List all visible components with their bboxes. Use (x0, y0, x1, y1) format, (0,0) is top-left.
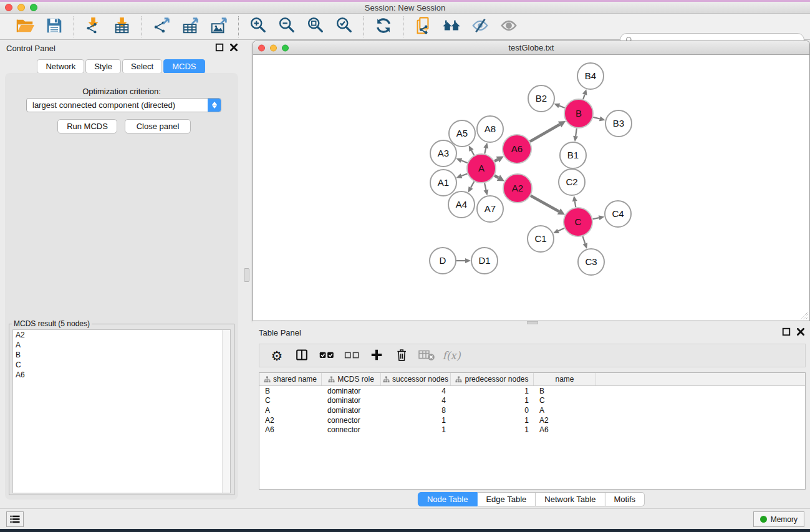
edge-B-B1[interactable] (573, 128, 578, 142)
column-header-predecessor-nodes[interactable]: predecessor nodes (451, 373, 534, 385)
node-D1[interactable]: D1 (471, 248, 498, 274)
table-row[interactable]: Cdominator41C (259, 396, 805, 406)
tab-edge-table[interactable]: Edge Table (477, 492, 536, 506)
mcds-result-list[interactable]: A2ABCA6 (12, 329, 231, 493)
zoom-fit-button[interactable] (304, 16, 327, 37)
table-row[interactable]: A2connector11A2 (259, 415, 805, 425)
edge-A-A1[interactable] (456, 173, 468, 178)
edge-D-D1[interactable] (456, 258, 471, 263)
column-header-MCDS-role[interactable]: MCDS role (322, 373, 381, 385)
export-network-button[interactable] (150, 16, 173, 37)
table-row[interactable]: A6connector11A6 (259, 425, 805, 435)
node-C4[interactable]: C4 (605, 201, 631, 227)
edge-C-C1[interactable] (553, 228, 564, 233)
memory-button[interactable]: Memory (753, 511, 804, 527)
deselect-all-checks-button[interactable] (340, 346, 363, 365)
float-panel-icon[interactable] (782, 327, 791, 336)
edge-A-A3[interactable] (456, 158, 467, 163)
node-A3[interactable]: A3 (430, 140, 456, 167)
network-canvas[interactable]: B4B2BB3A8A5A6B1A3AC2A1A2A4A7C4CC1C3DD1 (253, 55, 809, 321)
split-view-button[interactable] (291, 346, 313, 365)
list-scrollbar[interactable] (222, 330, 230, 493)
home-button[interactable] (440, 16, 463, 37)
edge-A6-B[interactable] (530, 121, 566, 142)
float-panel-icon[interactable] (215, 43, 224, 52)
select-all-checks-button[interactable] (316, 346, 338, 365)
edge-B-B3[interactable] (593, 117, 605, 122)
mcds-result-item[interactable]: A6 (13, 370, 230, 380)
table-row[interactable]: Bdominator41B (259, 386, 805, 396)
node-B2[interactable]: B2 (528, 85, 554, 112)
node-A1[interactable]: A1 (430, 170, 456, 196)
node-A2[interactable]: A2 (503, 174, 532, 203)
minimize-window-button[interactable] (17, 4, 25, 11)
edge-C-C2[interactable] (572, 196, 577, 208)
tab-node-table[interactable]: Node Table (418, 492, 478, 506)
close-panel-button[interactable]: Close panel (125, 119, 191, 133)
node-A[interactable]: A (467, 154, 496, 183)
node-A7[interactable]: A7 (477, 196, 503, 222)
import-network-button[interactable] (82, 16, 105, 37)
zoom-in-button[interactable] (246, 16, 270, 37)
table-row[interactable]: Adominator80A (259, 405, 805, 415)
node-A4[interactable]: A4 (448, 191, 475, 218)
tab-motifs[interactable]: Motifs (605, 492, 645, 506)
export-image-button[interactable] (207, 16, 231, 37)
edge-B-B2[interactable] (554, 104, 564, 108)
splitter-grip[interactable] (244, 268, 249, 282)
export-table-button[interactable] (178, 16, 202, 37)
frame-maximize-button[interactable] (282, 44, 289, 51)
maximize-window-button[interactable] (30, 4, 37, 11)
function-button[interactable]: f(x) (440, 346, 463, 365)
close-panel-icon[interactable] (796, 327, 805, 336)
edge-A-A8[interactable] (483, 142, 488, 153)
node-B[interactable]: B (564, 99, 593, 128)
frame-close-button[interactable] (258, 44, 265, 51)
network-frame-titlebar[interactable]: testGlobe.txt (253, 41, 809, 55)
close-panel-icon[interactable] (229, 43, 238, 52)
run-mcds-button[interactable]: Run MCDS (57, 119, 117, 133)
tab-network-table[interactable]: Network Table (536, 492, 605, 506)
criterion-dropdown[interactable]: largest connected component (directed) (26, 98, 221, 112)
zoom-out-button[interactable] (275, 16, 299, 37)
node-A5[interactable]: A5 (449, 120, 475, 147)
mcds-result-item[interactable]: A2 (13, 330, 230, 340)
add-column-button[interactable] (365, 346, 388, 365)
edge-C-C4[interactable] (593, 215, 605, 220)
node-C2[interactable]: C2 (559, 169, 585, 195)
node-D[interactable]: D (430, 248, 456, 274)
open-folder-button[interactable] (14, 16, 37, 37)
node-A6[interactable]: A6 (503, 135, 531, 163)
import-table-button[interactable] (110, 16, 134, 37)
node-B3[interactable]: B3 (605, 110, 632, 137)
hide-detail-button[interactable] (468, 16, 492, 37)
edge-A-A5[interactable] (469, 145, 475, 155)
show-detail-button[interactable] (497, 16, 521, 37)
delete-table-button[interactable] (415, 346, 438, 365)
node-A8[interactable]: A8 (477, 116, 503, 142)
node-B1[interactable]: B1 (560, 142, 586, 168)
column-header-name[interactable]: name (534, 373, 596, 385)
node-B4[interactable]: B4 (577, 63, 604, 89)
edge-A-A4[interactable] (468, 181, 475, 193)
refresh-button[interactable] (372, 16, 395, 37)
column-header-shared-name[interactable]: shared name (259, 373, 322, 385)
edge-A-A2[interactable] (494, 175, 504, 181)
gear-button[interactable]: ⚙ (266, 346, 288, 365)
edge-C-C3[interactable] (582, 236, 587, 249)
edge-A-A7[interactable] (484, 183, 489, 195)
mcds-result-item[interactable]: A (13, 340, 230, 350)
task-history-button[interactable] (6, 511, 24, 527)
column-header-successor-nodes[interactable]: successor nodes (381, 373, 451, 385)
edge-B-B4[interactable] (582, 89, 587, 99)
duplicate-network-button[interactable] (411, 16, 435, 37)
close-window-button[interactable] (5, 4, 12, 11)
edge-A-A6[interactable] (494, 156, 504, 162)
node-C1[interactable]: C1 (528, 226, 554, 252)
tab-mcds[interactable]: MCDS (163, 59, 205, 74)
save-button[interactable] (42, 16, 66, 37)
tab-select[interactable]: Select (122, 59, 162, 74)
edge-A2-C[interactable] (531, 196, 565, 215)
frame-minimize-button[interactable] (270, 44, 277, 51)
delete-column-button[interactable] (390, 346, 413, 365)
